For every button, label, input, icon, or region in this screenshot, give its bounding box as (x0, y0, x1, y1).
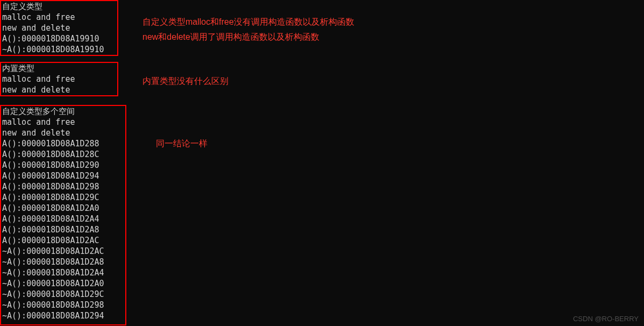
annotation-builtin-type: 内置类型没有什么区别 (142, 74, 228, 88)
annotation-custom-type-line2: new和delete调用了调用构造函数以及析构函数 (142, 30, 319, 44)
watermark: CSDN @RO-BERRY (573, 315, 639, 323)
console-block-custom-type: 自定义类型 malloc and free new and delete A()… (0, 0, 118, 56)
console-block-builtin-type: 内置类型 malloc and free new and delete (0, 62, 118, 96)
annotation-custom-type-line1: 自定义类型malloc和free没有调用构造函数以及析构函数 (142, 15, 354, 29)
console-block-custom-type-array: 自定义类型多个空间 malloc and free new and delete… (0, 105, 126, 325)
annotation-array-type: 同一结论一样 (156, 137, 207, 151)
